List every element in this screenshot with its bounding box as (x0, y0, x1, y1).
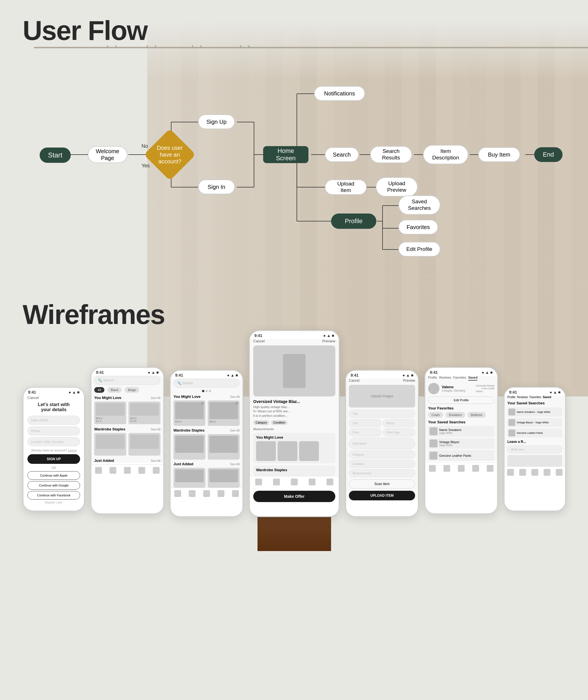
nav-home-c[interactable] (255, 479, 262, 485)
share-btn[interactable]: Share (476, 390, 494, 393)
nav-profile-2[interactable] (232, 490, 239, 497)
grid-item-3[interactable] (94, 433, 126, 456)
grid-item-1[interactable]: $24.5XL·S (94, 402, 126, 424)
nav-search[interactable] (110, 467, 116, 474)
label-no: No (141, 143, 148, 149)
node-end: End (534, 147, 563, 162)
write-review-input[interactable]: Write your... (507, 446, 562, 453)
nav-add-6[interactable] (458, 465, 465, 472)
grid-item-8[interactable] (208, 434, 240, 460)
preview-center[interactable]: Preview (322, 339, 335, 343)
generate-based[interactable]: Generate BasedFrom Outfit (476, 384, 494, 390)
cancel-center[interactable]: Cancel (253, 339, 265, 343)
you-might-love-header: You Might Love See All (94, 396, 160, 400)
nav-home[interactable] (95, 467, 102, 474)
tab-profile[interactable]: Profile (428, 376, 437, 381)
location-input[interactable]: Location (City, Country) (27, 437, 80, 446)
node-profile: Profile (331, 213, 376, 229)
upload-images-box[interactable]: Upload Images (349, 385, 415, 408)
tab-saved-r[interactable]: Saved (543, 396, 551, 399)
grid-item-5[interactable]: $24.5 ♡ (173, 401, 205, 426)
nav-add-7[interactable] (531, 469, 538, 476)
nav-profile-c[interactable] (327, 479, 333, 485)
nav-search-c[interactable] (273, 479, 280, 485)
you-might-love-label: You Might Love (256, 435, 332, 440)
nav-heart-6[interactable] (472, 465, 479, 472)
nav-heart-7[interactable] (544, 469, 550, 476)
pagination-dots (173, 390, 240, 392)
cancel-link[interactable]: Cancel (27, 396, 80, 400)
brand-field[interactable]: Brand (383, 419, 415, 427)
dob-input[interactable]: Date of Birth (27, 416, 80, 425)
nav-add[interactable] (124, 467, 131, 474)
profile-tabs: Profile Reviews Favorites Saved (428, 376, 494, 381)
center-screen: Cancel Preview Oversized Vintage Blaz...… (250, 339, 339, 476)
google-btn[interactable]: Continue with Google (27, 481, 80, 490)
cancel-upload[interactable]: Cancel (349, 379, 359, 383)
preview-upload[interactable]: Preview (403, 379, 415, 383)
just-added-header: Just Added See All (94, 459, 160, 463)
signup-button[interactable]: SIGN UP (27, 454, 80, 464)
nav-profile-6[interactable] (487, 465, 493, 472)
grid-item-6[interactable]: $32.0 ♡ (208, 401, 240, 426)
nav-heart-c[interactable] (309, 479, 316, 485)
phone-signup: 9:41 ● ▲ ■ Cancel Let's start withyour d… (23, 387, 85, 511)
tab-reviews-r[interactable]: Reviews (517, 396, 528, 399)
upload-item-btn[interactable]: UPLOAD ITEM (349, 491, 415, 500)
grid-item-9[interactable] (173, 468, 205, 488)
nav-search-7[interactable] (519, 469, 526, 476)
center-top-nav: Cancel Preview (253, 339, 335, 343)
nav-home-2[interactable] (174, 490, 181, 497)
nav-home-7[interactable] (507, 469, 514, 476)
make-offer-btn[interactable]: Make Offer (253, 491, 335, 502)
status-bar-1: 9:41 ● ▲ ■ (23, 388, 84, 396)
nav-search-2[interactable] (189, 490, 196, 497)
saved-searches-label: Your Saved Searches (428, 420, 494, 424)
tab-favorites-r[interactable]: Favorites (529, 396, 541, 399)
phone-home2: 9:41 ● ▲ ■ 🔍 Search You Might Love See A… (170, 370, 243, 517)
scan-item-btn[interactable]: Scan Item (349, 480, 415, 489)
measurements-field[interactable]: Measurements (349, 469, 415, 477)
grid-item-7[interactable] (173, 434, 205, 460)
facebook-btn[interactable]: Continue with Facebook (27, 491, 80, 500)
node-welcome: Welcome Page (88, 146, 127, 163)
grid-item-10[interactable] (208, 468, 240, 488)
price-field[interactable]: Price (349, 429, 381, 436)
size-field[interactable]: Size (349, 419, 381, 427)
nav-add-c[interactable] (291, 479, 298, 485)
edit-profile-btn[interactable]: Edit Profile (428, 397, 494, 404)
category-field[interactable]: Category (349, 451, 415, 459)
description-field[interactable]: Description (349, 438, 415, 449)
review-placeholder (507, 455, 562, 466)
node-search: Search (325, 147, 359, 162)
price-type-field[interactable]: Price Type (383, 429, 415, 436)
reviews-screen: Profile Reviews Favorites Saved Your Sav… (505, 396, 565, 466)
nav-profile-7[interactable] (556, 469, 563, 476)
apple-btn[interactable]: Continue with Apple (27, 471, 80, 480)
tab-reviews[interactable]: Reviews (439, 376, 451, 381)
grid-item-4[interactable] (128, 433, 160, 456)
home-screen-1: 🔍 Search... All Black Beige You Might Lo… (91, 376, 163, 463)
grid-item-2[interactable]: $18.0M·XS (128, 402, 160, 424)
nav-home-6[interactable] (429, 465, 436, 472)
search-bar[interactable]: 🔍 Search... (94, 376, 160, 385)
nav-heart-2[interactable] (218, 490, 224, 497)
node-does-user: Does user have an account? (144, 128, 196, 181)
title-field[interactable]: Title (349, 410, 415, 418)
nav-add-2[interactable] (203, 490, 210, 497)
nav-search-6[interactable] (443, 465, 450, 472)
nav-profile[interactable] (153, 467, 160, 474)
node-signup: Sign Up (198, 114, 235, 129)
phone-input[interactable]: Phone (27, 427, 80, 436)
wardrobe-label: Wardrobe Staples (256, 468, 332, 472)
tab-favorites[interactable]: Favorites (453, 376, 466, 381)
node-notifications: Notifications (314, 86, 365, 101)
tab-saved[interactable]: Saved (468, 376, 477, 381)
nav-heart[interactable] (138, 467, 145, 474)
search-bar-2[interactable]: 🔍 Search (173, 379, 240, 388)
register-link[interactable]: Register Later (27, 501, 80, 504)
condition-field[interactable]: Condition (349, 460, 415, 468)
tab-profile-r[interactable]: Profile (507, 396, 515, 399)
saved-item-2: Vintage Blazer Sage White (428, 438, 494, 449)
wardrobe-staples-section: Wardrobe Staples (253, 466, 335, 476)
